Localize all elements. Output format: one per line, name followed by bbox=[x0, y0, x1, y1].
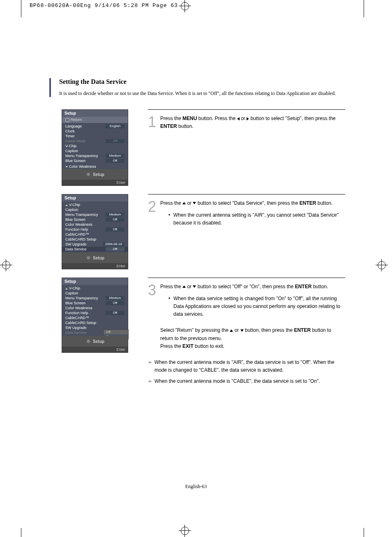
section-title: Setting the Data Service bbox=[59, 78, 345, 86]
menu-item: Menu TransparencyMedium bbox=[62, 153, 128, 158]
menu-enter-hint: Enter bbox=[62, 263, 128, 269]
crop-mark bbox=[21, 528, 21, 537]
menu-screenshot: Setup V-ChipCaptionMenu TransparencyMedi… bbox=[62, 194, 144, 269]
menu-value: Off bbox=[106, 139, 125, 143]
chevron-up-icon bbox=[65, 204, 68, 206]
menu-value: Off bbox=[106, 247, 125, 251]
menu-item: V-Chip bbox=[62, 144, 128, 148]
menu-value: Off bbox=[106, 301, 125, 305]
menu-item: Game ModeOff bbox=[62, 139, 128, 144]
step: 1 Press the MENU button. Press the or bu… bbox=[148, 115, 345, 130]
step-row: Setup Return LanguageEnglishClockTimerGa… bbox=[49, 109, 345, 186]
menu-value: English bbox=[106, 124, 125, 128]
menu-enter-hint: Enter bbox=[62, 347, 128, 352]
menu-more: Color Weakness bbox=[62, 164, 128, 169]
notes-block: ➢When the current antenna mode is "AIR",… bbox=[148, 359, 345, 386]
gear-icon bbox=[85, 338, 91, 344]
gear-icon bbox=[85, 255, 91, 261]
menu-item: Caption bbox=[62, 291, 128, 296]
step-instruction: Press the or button to select "Data Serv… bbox=[160, 199, 345, 227]
menu-item: CableCARD™ bbox=[62, 232, 128, 237]
menu-item: CableCARD Setup bbox=[62, 237, 128, 242]
crop-mark bbox=[364, 0, 364, 17]
menu-title: Setup bbox=[62, 278, 128, 285]
menu-item: Menu TransparencyMedium bbox=[62, 212, 128, 217]
title-block: Setting the Data Service It is used to d… bbox=[49, 78, 345, 97]
menu-screenshot: Setup V-ChipCaptionMenu TransparencyMedi… bbox=[62, 278, 144, 389]
menu-enter-hint: Enter bbox=[62, 180, 128, 185]
registration-mark-icon bbox=[376, 259, 388, 271]
menu-value: Off bbox=[106, 218, 125, 222]
osd-menu: Setup V-ChipCaptionMenu TransparencyMedi… bbox=[62, 278, 128, 353]
menu-footer: Setup bbox=[62, 252, 128, 263]
menu-title: Setup bbox=[62, 110, 128, 117]
menu-item: Function HelpOff bbox=[62, 310, 128, 315]
menu-screenshot: Setup Return LanguageEnglishClockTimerGa… bbox=[62, 109, 144, 186]
step-text-col: 2 Press the or button to select "Data Se… bbox=[148, 194, 345, 269]
note-arrow-icon: ➢ bbox=[148, 359, 152, 374]
menu-item: Data ServiceOff bbox=[62, 247, 128, 252]
menu-item: Caption bbox=[62, 207, 128, 212]
down-arrow-icon bbox=[240, 329, 244, 332]
menu-item: Blue ScreenOff bbox=[62, 158, 128, 163]
menu-body: V-ChipCaptionMenu TransparencyMediumBlue… bbox=[62, 285, 128, 336]
menu-item: Timer bbox=[62, 134, 128, 139]
menu-item: CableCARD™ bbox=[62, 315, 128, 320]
menu-footer: Setup bbox=[62, 336, 128, 347]
step-row: Setup V-ChipCaptionMenu TransparencyMedi… bbox=[49, 278, 345, 389]
menu-item: Clock bbox=[62, 129, 128, 134]
menu-item: CableCARD Setup bbox=[62, 320, 128, 325]
step: 3 Press the or button to select "Off" or… bbox=[148, 283, 345, 350]
menu-value: Medium bbox=[106, 154, 125, 158]
bullet: When the data service setting is changed… bbox=[160, 295, 345, 319]
step-extra: Select "Return" by pressing the or butto… bbox=[160, 326, 345, 350]
menu-value: Medium bbox=[106, 213, 125, 217]
menu-item: LanguageEnglish bbox=[62, 124, 128, 129]
registration-mark-icon bbox=[179, 525, 191, 537]
menu-item: SW Upgrade2006-08-18 bbox=[62, 242, 128, 247]
menu-value: Medium bbox=[106, 296, 125, 300]
menu-item: Caption bbox=[62, 148, 128, 153]
menu-value: Off bbox=[106, 159, 125, 163]
bullet: When the current antenna setting is "AIR… bbox=[160, 211, 345, 227]
page: BP68-00620A-00Eng 9/14/06 5:28 PM Page 6… bbox=[0, 0, 392, 537]
return-icon bbox=[65, 118, 69, 122]
section-subtitle: It is used to decide whether or not to u… bbox=[59, 90, 345, 97]
step: 2 Press the or button to select "Data Se… bbox=[148, 199, 345, 227]
menu-item: Menu TransparencyMedium bbox=[62, 296, 128, 301]
menu-value: 2006-08-18 bbox=[103, 242, 125, 246]
step-instruction: Press the or button to select "Off" or "… bbox=[160, 283, 345, 350]
up-arrow-icon bbox=[182, 202, 186, 204]
crop-mark bbox=[21, 0, 21, 17]
menu-footer: Setup bbox=[62, 169, 128, 180]
registration-mark-icon bbox=[0, 259, 12, 271]
menu-item: Color Weakness bbox=[62, 222, 128, 227]
menu-return: Return bbox=[62, 117, 128, 123]
page-number: English-63 bbox=[0, 484, 392, 490]
step-text-col: 3 Press the or button to select "Off" or… bbox=[148, 278, 345, 389]
menu-item: Blue ScreenOff bbox=[62, 301, 128, 306]
note-arrow-icon: ➢ bbox=[148, 377, 152, 385]
step-number: 2 bbox=[148, 199, 156, 214]
step-text-col: 1 Press the MENU button. Press the or bu… bbox=[148, 109, 345, 186]
step-number: 1 bbox=[148, 115, 156, 130]
menu-value: Off bbox=[106, 311, 125, 315]
gear-icon bbox=[85, 171, 91, 177]
menu-item: V-Chip bbox=[62, 286, 128, 291]
note-item: ➢When the current antenna mode is "AIR",… bbox=[148, 359, 345, 374]
step-row: Setup V-ChipCaptionMenu TransparencyMedi… bbox=[49, 194, 345, 269]
submenu-item: Off bbox=[104, 330, 128, 334]
menu-item: Function HelpOff bbox=[62, 227, 128, 232]
menu-title: Setup bbox=[62, 194, 128, 201]
crop-mark bbox=[364, 528, 364, 537]
content: Setting the Data Service It is used to d… bbox=[49, 78, 345, 397]
chevron-down-icon bbox=[65, 166, 68, 168]
header-meta: BP68-00620A-00Eng 9/14/06 5:28 PM Page 6… bbox=[30, 2, 178, 9]
menu-body: LanguageEnglishClockTimerGame ModeOffV-C… bbox=[62, 123, 128, 164]
registration-mark-icon bbox=[179, 0, 191, 12]
menu-value: Off bbox=[106, 227, 125, 231]
osd-menu: Setup Return LanguageEnglishClockTimerGa… bbox=[62, 109, 128, 186]
menu-body: V-ChipCaptionMenu TransparencyMediumBlue… bbox=[62, 201, 128, 252]
step-instruction: Press the MENU button. Press the or butt… bbox=[160, 115, 345, 130]
chevron-up-icon bbox=[65, 288, 68, 289]
